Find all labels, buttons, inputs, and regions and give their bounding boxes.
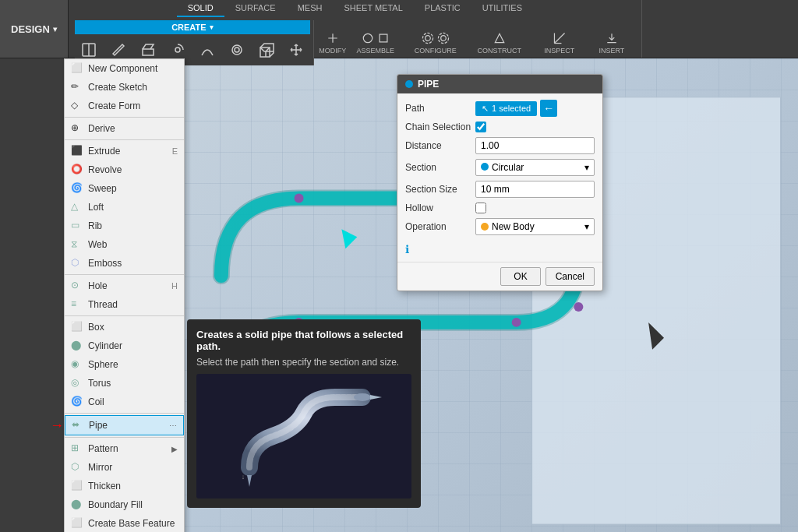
menu-coil-label: Coil	[88, 396, 104, 407]
tab-mesh[interactable]: MESH	[287, 0, 334, 17]
insert-label: INSERT	[598, 47, 624, 55]
tab-labels: SOLID SURFACE MESH SHEET METAL PLASTIC U…	[177, 0, 533, 17]
menu-new-component-label: New Component	[88, 63, 157, 74]
solid-tab-group: SOLID SURFACE MESH SHEET METAL PLASTIC U…	[69, 0, 642, 58]
insert-icon[interactable]: INSERT	[588, 29, 635, 57]
section-size-input[interactable]	[475, 181, 595, 198]
box-icon[interactable]	[252, 36, 281, 64]
tooltip-popup: Creates a solid pipe that follows a sele…	[187, 319, 421, 508]
sweep-menu-icon: 🌀	[71, 182, 83, 195]
design-button[interactable]: DESIGN	[0, 0, 69, 58]
menu-pattern[interactable]: ⊞ Pattern ▶	[65, 439, 184, 458]
tab-solid[interactable]: SOLID	[177, 0, 224, 17]
sphere-menu-icon: ◉	[71, 358, 83, 371]
construct-icon[interactable]: CONSTRUCT	[468, 29, 531, 57]
thicken-menu-icon: ⬜	[71, 480, 83, 492]
menu-loft-label: Loft	[88, 202, 104, 213]
svg-point-10	[422, 33, 433, 43]
menu-revolve-label: Revolve	[88, 164, 122, 175]
menu-thicken-label: Thicken	[88, 481, 121, 491]
revolve-menu-icon: ⭕	[71, 164, 83, 176]
menu-sphere-label: Sphere	[88, 359, 118, 370]
operation-row: Operation New Body ▾	[405, 218, 595, 235]
distance-input[interactable]	[475, 137, 595, 154]
menu-boundary-fill[interactable]: ⬤ Boundary Fill	[65, 495, 184, 514]
operation-select[interactable]: New Body ▾	[475, 218, 595, 235]
pipe-illustration-svg: ↓	[218, 382, 390, 491]
path-selected-badge: ↖ 1 selected	[475, 101, 537, 116]
menu-torus[interactable]: ◎ Torus	[65, 374, 184, 393]
tooltip-title: Creates a solid pipe that follows a sele…	[196, 329, 411, 352]
cancel-button[interactable]: Cancel	[546, 267, 595, 286]
menu-sweep[interactable]: 🌀 Sweep	[65, 179, 184, 198]
design-label: DESIGN	[11, 23, 50, 35]
menu-pattern-label: Pattern	[88, 443, 118, 454]
section-row: Section Circular ▾	[405, 159, 595, 176]
tab-plastic[interactable]: PLASTIC	[414, 0, 471, 17]
chain-checkbox[interactable]	[475, 122, 486, 132]
menu-cylinder-label: Cylinder	[88, 340, 122, 351]
menu-sphere[interactable]: ◉ Sphere	[65, 355, 184, 374]
section-control: Circular ▾	[475, 159, 595, 176]
menu-loft[interactable]: △ Loft	[65, 198, 184, 217]
modify-icon[interactable]: MODIFY	[319, 29, 347, 57]
info-icon[interactable]: ℹ	[405, 243, 409, 255]
menu-extrude[interactable]: ⬛ Extrude E	[65, 142, 184, 160]
menu-revolve[interactable]: ⭕ Revolve	[65, 160, 184, 179]
menu-box[interactable]: ⬜ Box	[65, 318, 184, 336]
thread-menu-icon: ≡	[71, 298, 83, 311]
tab-surface[interactable]: SURFACE	[224, 0, 287, 17]
hollow-checkbox[interactable]	[475, 203, 486, 213]
pipe-dialog-footer: OK Cancel	[397, 262, 602, 291]
operation-control: New Body ▾	[475, 218, 595, 235]
hole-icon[interactable]	[223, 36, 251, 64]
path-selected-text: 1 selected	[492, 104, 531, 113]
menu-mirror[interactable]: ⬡ Mirror	[65, 458, 184, 477]
move-icon[interactable]	[282, 36, 310, 64]
extrude-shortcut: E	[172, 146, 178, 156]
svg-point-9	[425, 36, 431, 41]
tab-sheet-metal[interactable]: SHEET METAL	[333, 0, 413, 17]
create-dropdown[interactable]: CREATE	[75, 20, 310, 34]
menu-create-sketch[interactable]: ✏ Create Sketch	[65, 78, 184, 97]
menu-pipe[interactable]: → ⬌ Pipe ⋯	[65, 415, 184, 435]
menu-thread-label: Thread	[88, 299, 118, 310]
hole-menu-icon: ⊙	[71, 280, 83, 292]
chain-selection-label: Chain Selection	[405, 122, 475, 132]
menu-create-base-feature[interactable]: ⬜ Create Base Feature	[65, 514, 184, 532]
svg-marker-27	[341, 229, 357, 248]
svg-point-3	[175, 48, 180, 52]
sweep-icon[interactable]	[193, 36, 221, 64]
svg-point-30	[354, 393, 371, 401]
tab-utilities[interactable]: UTILITIES	[471, 0, 533, 17]
tooltip-pipe-image: ↓	[196, 374, 411, 499]
menu-derive[interactable]: ⊕ Derive	[65, 119, 184, 138]
section-select[interactable]: Circular ▾	[475, 159, 595, 176]
path-arrow-button[interactable]: ←	[540, 100, 557, 117]
menu-thread[interactable]: ≡ Thread	[65, 295, 184, 314]
menu-create-form[interactable]: ◇ Create Form	[65, 97, 184, 115]
menu-emboss[interactable]: ⬡ Emboss	[65, 254, 184, 273]
pattern-submenu-arrow: ▶	[171, 445, 178, 453]
section-dropdown-arrow: ▾	[584, 162, 589, 173]
pipe-dialog-header: PIPE	[397, 75, 602, 93]
create-label: CREATE	[171, 23, 206, 32]
cursor-icon: ↖	[482, 104, 489, 114]
assemble-icon[interactable]: ASSEMBLE	[348, 29, 403, 57]
svg-point-22	[574, 302, 583, 312]
pipe-dialog-title: PIPE	[418, 79, 439, 90]
menu-web[interactable]: ⧖ Web	[65, 235, 184, 254]
menu-coil[interactable]: 🌀 Coil	[65, 393, 184, 411]
derive-menu-icon: ⊕	[71, 122, 83, 135]
configure-icon[interactable]: CONFIGURE	[404, 29, 467, 57]
svg-point-7	[363, 33, 372, 42]
menu-hole[interactable]: ⊙ Hole H	[65, 277, 184, 295]
menu-rib[interactable]: ▭ Rib	[65, 217, 184, 235]
menu-thicken[interactable]: ⬜ Thicken	[65, 477, 184, 495]
create-form-menu-icon: ◇	[71, 100, 83, 112]
ok-button[interactable]: OK	[500, 267, 540, 286]
menu-extrude-label: Extrude	[88, 146, 120, 157]
inspect-icon[interactable]: INSPECT	[532, 29, 587, 57]
menu-cylinder[interactable]: ⬤ Cylinder	[65, 336, 184, 355]
menu-new-component[interactable]: ⬜ New Component	[65, 59, 184, 78]
